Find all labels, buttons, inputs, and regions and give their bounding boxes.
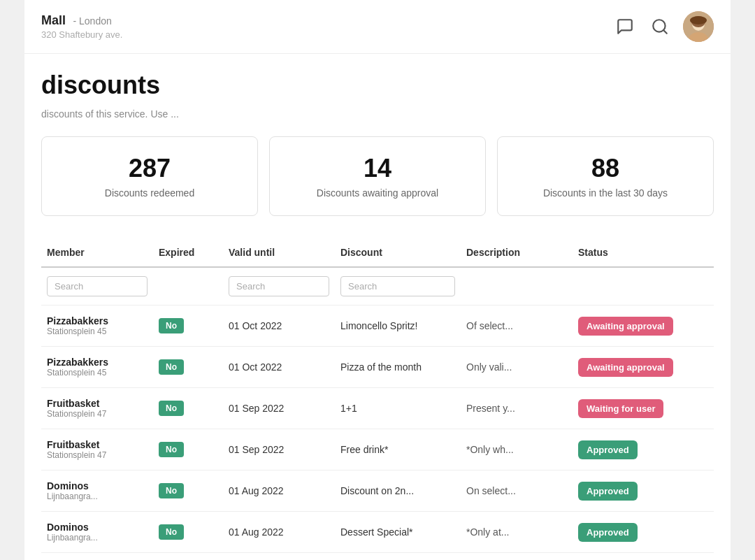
- valid-until-cell: 01 Oct 2022: [223, 359, 335, 375]
- valid-until-cell: 01 Aug 2022: [223, 524, 335, 540]
- avatar-svg: [683, 11, 714, 42]
- mall-title-row: Mall - London: [41, 13, 122, 28]
- status-badge: Approved: [578, 440, 638, 459]
- status-cell: Approved: [573, 438, 714, 462]
- stat-label-redeemed: Discounts redeemed: [56, 187, 243, 199]
- expired-badge: No: [159, 483, 184, 498]
- message-icon: [616, 17, 634, 36]
- table-row[interactable]: Pizzabakkers Stationsplein 45 No 01 Oct …: [41, 347, 714, 388]
- expired-cell: No: [153, 439, 223, 460]
- table-container: Member Expired Valid until Discount Desc…: [41, 238, 714, 553]
- stats-row: 287 Discounts redeemed 14 Discounts awai…: [41, 136, 714, 216]
- valid-until-cell: 01 Sep 2022: [223, 400, 335, 417]
- member-cell: Fruitbasket Stationsplein 47: [41, 395, 153, 422]
- status-badge: Approved: [578, 482, 638, 501]
- member-cell: Dominos Lijnbaangra...: [41, 478, 153, 504]
- member-name: Dominos: [47, 522, 148, 533]
- col-status: Status: [573, 244, 714, 261]
- table-header: Member Expired Valid until Discount Desc…: [41, 238, 714, 268]
- main-content: discounts discounts of this service. Use…: [24, 54, 731, 553]
- filter-expired-cell: [153, 273, 223, 299]
- valid-search-input[interactable]: [229, 276, 329, 296]
- expired-badge: No: [159, 359, 184, 375]
- page-description: discounts of this service. Use ...: [41, 108, 714, 120]
- status-badge: Awaiting approval: [578, 358, 673, 377]
- filter-row: [41, 268, 714, 306]
- col-discount: Discount: [335, 244, 461, 261]
- table-row[interactable]: Dominos Lijnbaangra... No 01 Aug 2022 De…: [41, 512, 714, 553]
- top-bar: Mall - London 320 Shaftebury ave.: [24, 0, 731, 54]
- expired-badge: No: [159, 401, 184, 416]
- member-address: Stationsplein 47: [47, 450, 148, 460]
- member-name: Fruitbasket: [47, 398, 148, 409]
- mall-location: - London: [73, 15, 111, 27]
- svg-line-1: [663, 30, 667, 34]
- table-row[interactable]: Fruitbasket Stationsplein 47 No 01 Sep 2…: [41, 388, 714, 429]
- status-cell: Approved: [573, 520, 714, 545]
- status-badge: Awaiting approval: [578, 317, 673, 336]
- expired-cell: No: [153, 480, 223, 501]
- expired-badge: No: [159, 318, 184, 333]
- expired-badge: No: [159, 442, 184, 457]
- page-title: discounts: [41, 71, 714, 100]
- member-cell: Dominos Lijnbaangra...: [41, 519, 153, 545]
- stat-card-last30: 88 Discounts in the last 30 days: [497, 136, 714, 216]
- expired-badge: No: [159, 524, 184, 540]
- col-member: Member: [41, 244, 153, 261]
- search-button[interactable]: [648, 15, 672, 38]
- table-row[interactable]: Dominos Lijnbaangra... No 01 Aug 2022 Di…: [41, 471, 714, 512]
- filter-discount-cell: [335, 273, 461, 299]
- status-cell: Awaiting approval: [573, 355, 714, 380]
- member-address: Stationsplein 47: [47, 409, 148, 419]
- member-name: Dominos: [47, 480, 148, 491]
- filter-valid-cell: [223, 273, 335, 299]
- stat-number-redeemed: 287: [56, 154, 243, 183]
- page-wrapper: Mall - London 320 Shaftebury ave.: [24, 0, 731, 560]
- mall-address: 320 Shaftebury ave.: [41, 29, 122, 40]
- col-expired: Expired: [153, 244, 223, 261]
- member-address: Lijnbaangra...: [47, 491, 148, 501]
- messages-button[interactable]: [613, 15, 637, 38]
- description-cell: Present y...: [461, 400, 573, 417]
- valid-until-cell: 01 Sep 2022: [223, 441, 335, 458]
- expired-cell: No: [153, 398, 223, 419]
- description-cell: *Only at...: [461, 524, 573, 540]
- member-name: Pizzabakkers: [47, 357, 148, 368]
- expired-cell: No: [153, 315, 223, 336]
- description-cell: *Only wh...: [461, 441, 573, 458]
- col-valid-until: Valid until: [223, 244, 335, 261]
- status-badge: Approved: [578, 523, 638, 542]
- member-search-input[interactable]: [47, 276, 148, 296]
- stat-label-awaiting: Discounts awaiting approval: [284, 187, 471, 199]
- status-cell: Approved: [573, 479, 714, 503]
- description-cell: On select...: [461, 482, 573, 499]
- filter-member-cell: [41, 273, 153, 299]
- member-address: Stationsplein 45: [47, 326, 148, 336]
- member-name: Fruitbasket: [47, 439, 148, 450]
- stat-label-last30: Discounts in the last 30 days: [512, 187, 699, 199]
- member-address: Stationsplein 45: [47, 368, 148, 378]
- valid-until-cell: 01 Aug 2022: [223, 482, 335, 499]
- status-badge: Waiting for user: [578, 399, 663, 418]
- discount-search-input[interactable]: [340, 276, 455, 296]
- discount-cell: Discount on 2n...: [335, 482, 461, 499]
- mall-name: Mall: [41, 13, 66, 27]
- top-bar-left: Mall - London 320 Shaftebury ave.: [41, 13, 122, 40]
- expired-cell: No: [153, 357, 223, 378]
- member-name: Pizzabakkers: [47, 315, 148, 326]
- table-row[interactable]: Pizzabakkers Stationsplein 45 No 01 Oct …: [41, 306, 714, 347]
- status-cell: Waiting for user: [573, 396, 714, 421]
- description-cell: Of select...: [461, 317, 573, 334]
- discount-cell: Dessert Special*: [335, 524, 461, 540]
- discount-cell: Pizza of the month: [335, 359, 461, 375]
- table-row[interactable]: Fruitbasket Stationsplein 47 No 01 Sep 2…: [41, 429, 714, 471]
- discount-cell: Free drink*: [335, 441, 461, 458]
- top-bar-right: [613, 11, 714, 42]
- avatar[interactable]: [683, 11, 714, 42]
- col-description: Description: [461, 244, 573, 261]
- member-cell: Pizzabakkers Stationsplein 45: [41, 354, 153, 380]
- member-cell: Pizzabakkers Stationsplein 45: [41, 313, 153, 339]
- stat-card-redeemed: 287 Discounts redeemed: [41, 136, 258, 216]
- svg-point-6: [690, 16, 707, 24]
- valid-until-cell: 01 Oct 2022: [223, 317, 335, 334]
